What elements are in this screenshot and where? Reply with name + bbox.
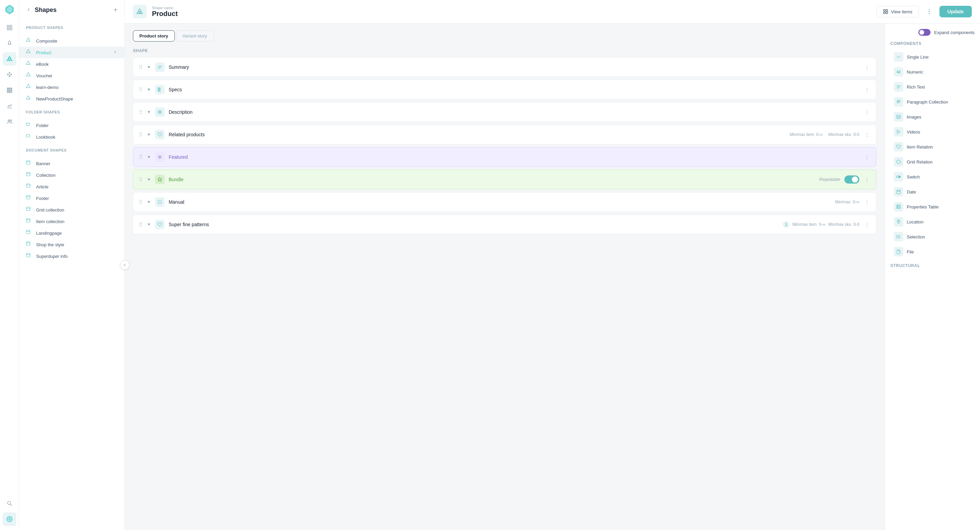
component-grid-relation[interactable]: Grid Relation: [890, 154, 975, 169]
component-numeric[interactable]: 42 Numeric: [890, 64, 975, 79]
featured-more-button[interactable]: ⋮: [864, 153, 870, 161]
component-date[interactable]: Date: [890, 184, 975, 199]
description-more-button[interactable]: ⋮: [864, 108, 870, 116]
manual-more-button[interactable]: ⋮: [864, 198, 870, 206]
sidebar-item-composite[interactable]: Composite: [19, 35, 124, 47]
sidebar-item-item-collection[interactable]: Item collection: [19, 216, 124, 227]
component-item-relation[interactable]: Item Relation: [890, 139, 975, 154]
grid-relation-label: Grid Relation: [907, 159, 932, 165]
sidebar-item-article[interactable]: Article: [19, 181, 124, 192]
svg-rect-58: [886, 10, 888, 11]
drag-handle-related[interactable]: ⠿: [139, 132, 143, 138]
header-more-button[interactable]: [923, 5, 935, 18]
component-switch[interactable]: Switch: [890, 169, 975, 184]
component-paragraph-collection[interactable]: Paragraph Collection: [890, 94, 975, 109]
sidebar-item-grid-collection[interactable]: Grid collection: [19, 204, 124, 216]
bundle-more-button[interactable]: ⋮: [864, 176, 870, 184]
sidebar-collapse-button[interactable]: [120, 260, 129, 270]
sidebar-item-product[interactable]: Product: [19, 47, 124, 58]
graph-nav-icon[interactable]: [3, 68, 16, 81]
component-selection[interactable]: Selection: [890, 229, 975, 244]
settings-nav-icon[interactable]: [3, 512, 16, 526]
tab-product-story[interactable]: Product story: [133, 30, 175, 41]
drag-handle-specs[interactable]: ⠿: [139, 87, 143, 93]
drag-handle-description[interactable]: ⠿: [139, 109, 143, 116]
manual-min-max: Min/max 0-∞: [835, 200, 859, 205]
newproductshape-icon: [26, 95, 33, 102]
component-videos[interactable]: Videos: [890, 124, 975, 139]
sidebar-item-banner[interactable]: Banner: [19, 158, 124, 169]
svg-marker-31: [26, 38, 30, 41]
patterns-name: Super fine patterns: [169, 222, 779, 227]
analytics-nav-icon[interactable]: [3, 99, 16, 113]
update-button[interactable]: Update: [939, 6, 972, 17]
drag-handle-bundle[interactable]: ⠿: [139, 176, 143, 183]
drag-handle-manual[interactable]: ⠿: [139, 199, 143, 205]
sidebar-item-footer[interactable]: Footer: [19, 192, 124, 204]
chevron-summary[interactable]: ▼: [147, 65, 151, 70]
story-tabs: Product story Variant story: [133, 30, 877, 41]
drag-handle-patterns[interactable]: ⠿: [139, 221, 143, 228]
shape-row-super-fine-patterns: ⠿ ▼ Super fine patterns 1 Min/max item 0…: [133, 214, 877, 234]
chevron-related[interactable]: ▼: [147, 132, 151, 137]
sidebar-item-folder[interactable]: Folder: [19, 119, 124, 131]
patterns-badge: 1: [783, 221, 789, 228]
shop-the-style-icon: [26, 241, 33, 248]
repeatable-toggle[interactable]: [845, 175, 859, 184]
drag-handle-summary[interactable]: ⠿: [139, 64, 143, 70]
back-button[interactable]: [26, 7, 31, 13]
dashboard-nav-icon[interactable]: [3, 21, 16, 34]
search-nav-icon[interactable]: [3, 497, 16, 510]
chevron-manual[interactable]: ▼: [147, 200, 151, 205]
shapes-nav-icon[interactable]: [3, 52, 16, 66]
component-file[interactable]: File: [890, 244, 975, 259]
component-properties-table[interactable]: Properties Table: [890, 199, 975, 214]
component-single-line[interactable]: Single Line: [890, 49, 975, 64]
component-images[interactable]: Images: [890, 109, 975, 124]
related-more-button[interactable]: ⋮: [864, 131, 870, 139]
component-rich-text[interactable]: Rich Text: [890, 79, 975, 94]
shape-header-icon: [133, 5, 146, 18]
component-location[interactable]: Location: [890, 214, 975, 229]
product-collapse-icon[interactable]: [113, 50, 118, 56]
expand-components-toggle[interactable]: [918, 29, 931, 36]
drag-handle-featured[interactable]: ⠿: [139, 154, 143, 160]
chevron-specs[interactable]: ▼: [147, 87, 151, 92]
sidebar-item-voucher[interactable]: Voucher: [19, 70, 124, 81]
chevron-description[interactable]: ▼: [147, 109, 151, 114]
content-area: Product story Variant story Shape ⠿ ▼ Su…: [125, 24, 980, 530]
sidebar-item-lookbook[interactable]: Lookbook: [19, 131, 124, 143]
grid-collection-label: Grid collection: [36, 208, 118, 213]
chevron-patterns[interactable]: ▼: [147, 222, 151, 227]
composite-shape-icon: [26, 38, 33, 44]
add-shape-button[interactable]: +: [113, 6, 118, 14]
sidebar-item-collection[interactable]: Collection: [19, 169, 124, 181]
grid-nav-icon[interactable]: [3, 83, 16, 97]
sidebar-item-superduper-info[interactable]: Superduper info: [19, 250, 124, 262]
superduper-info-icon: [26, 253, 33, 260]
summary-more-button[interactable]: ⋮: [864, 63, 870, 71]
rocket-nav-icon[interactable]: [3, 36, 16, 50]
sidebar-item-shop-the-style[interactable]: Shop the style: [19, 239, 124, 250]
manual-name: Manual: [169, 199, 831, 205]
sidebar-item-newproductshape[interactable]: NewProductShape: [19, 93, 124, 105]
description-type-icon: [155, 107, 165, 117]
svg-point-63: [929, 13, 929, 14]
svg-rect-5: [10, 28, 11, 30]
tab-variant-story[interactable]: Variant story: [176, 30, 214, 41]
team-nav-icon[interactable]: [3, 115, 16, 129]
landingpage-icon: [26, 230, 33, 236]
lookbook-label: Lookbook: [36, 135, 118, 140]
sidebar-item-ebook[interactable]: eBook: [19, 58, 124, 70]
sidebar-item-landingpage[interactable]: Landingpage: [19, 227, 124, 239]
specs-more-button[interactable]: ⋮: [864, 86, 870, 94]
folder-shapes-section: Folder shapes: [19, 105, 124, 119]
svg-point-26: [8, 120, 10, 122]
rich-text-icon: [894, 82, 903, 92]
sidebar-item-learn-demo[interactable]: learn-demo: [19, 81, 124, 93]
svg-rect-3: [10, 25, 11, 27]
patterns-more-button[interactable]: ⋮: [864, 221, 870, 229]
view-items-button[interactable]: View items: [877, 6, 919, 17]
chevron-featured[interactable]: ▼: [147, 155, 151, 159]
chevron-bundle[interactable]: ▼: [147, 177, 151, 182]
